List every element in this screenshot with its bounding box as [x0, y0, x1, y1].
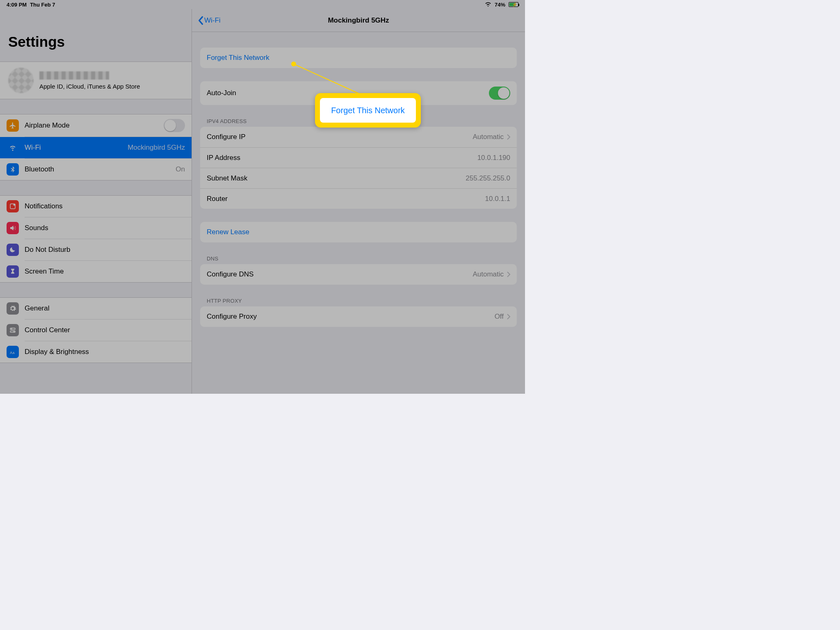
gear-icon — [7, 302, 19, 315]
wifi-label: Wi-Fi — [25, 144, 122, 152]
wifi-icon — [485, 2, 491, 8]
dns-value: Automatic — [472, 270, 504, 278]
screentime-label: Screen Time — [25, 267, 185, 276]
controlcenter-label: Control Center — [25, 326, 185, 334]
moon-icon — [7, 244, 19, 256]
chevron-right-icon — [507, 134, 510, 140]
back-button[interactable]: Wi-Fi — [198, 9, 221, 32]
chevron-right-icon — [507, 272, 510, 277]
subnet-row: Subnet Mask 255.255.255.0 — [200, 168, 517, 188]
autojoin-label: Auto-Join — [207, 89, 236, 97]
detail-header: Wi-Fi Mockingbird 5GHz — [192, 9, 525, 32]
sidebar-item-screentime[interactable]: Screen Time — [0, 261, 192, 282]
bluetooth-icon — [7, 163, 19, 176]
svg-point-5 — [14, 331, 15, 332]
mask-value: 255.255.255.0 — [466, 174, 510, 183]
proxy-value: Off — [495, 313, 504, 321]
router-row: Router 10.0.1.1 — [200, 188, 517, 209]
callout-text: Forget This Network — [320, 98, 416, 123]
router-label: Router — [207, 195, 228, 203]
forget-label: Forget This Network — [207, 54, 269, 62]
sidebar-item-general[interactable]: General — [0, 298, 192, 319]
detail-title: Mockingbird 5GHz — [328, 16, 389, 25]
sidebar-item-control-center[interactable]: Control Center — [0, 320, 192, 341]
ip-address-row: IP Address 10.0.1.190 — [200, 147, 517, 168]
configure-ip-value: Automatic — [472, 133, 504, 141]
proxy-label: Configure Proxy — [207, 313, 257, 321]
bluetooth-label: Bluetooth — [25, 165, 170, 173]
sidebar-item-dnd[interactable]: Do Not Disturb — [0, 239, 192, 260]
chevron-left-icon — [198, 16, 203, 25]
svg-point-3 — [11, 328, 12, 329]
text-size-icon: AA — [7, 346, 19, 358]
sidebar-item-notifications[interactable]: Notifications — [0, 196, 192, 217]
mask-label: Subnet Mask — [207, 174, 247, 183]
ip-label: IP Address — [207, 154, 240, 162]
notifications-label: Notifications — [25, 202, 185, 210]
configure-ip-label: Configure IP — [207, 133, 246, 141]
wifi-icon — [7, 142, 19, 154]
svg-text:A: A — [10, 351, 12, 355]
profile-name-redacted — [39, 71, 109, 80]
airplane-icon — [7, 119, 19, 132]
statusbar-date: Thu Feb 7 — [30, 2, 55, 8]
battery-icon: ⚡ — [509, 2, 518, 7]
status-bar: 4:09 PM Thu Feb 7 74% ⚡ — [0, 0, 525, 9]
bluetooth-value: On — [176, 165, 185, 173]
sounds-label: Sounds — [25, 224, 185, 232]
router-value: 10.0.1.1 — [485, 195, 510, 203]
annotation-callout: Forget This Network — [315, 93, 421, 128]
apple-id-row[interactable]: Apple ID, iCloud, iTunes & App Store — [0, 62, 192, 99]
svg-text:A: A — [13, 352, 15, 354]
forget-network-button[interactable]: Forget This Network — [200, 48, 517, 68]
statusbar-time: 4:09 PM — [7, 2, 27, 8]
settings-title: Settings — [0, 9, 192, 62]
airplane-toggle[interactable] — [164, 119, 185, 132]
notifications-icon — [7, 200, 19, 212]
wifi-value: Mockingbird 5GHz — [128, 144, 185, 152]
dns-label: Configure DNS — [207, 270, 253, 278]
display-label: Display & Brightness — [25, 348, 185, 356]
hourglass-icon — [7, 265, 19, 278]
renew-label: Renew Lease — [207, 228, 249, 236]
dnd-label: Do Not Disturb — [25, 246, 185, 254]
dns-section-header: DNS — [207, 256, 517, 262]
detail-pane: Wi-Fi Mockingbird 5GHz Forget This Netwo… — [192, 9, 525, 394]
airplane-label: Airplane Mode — [25, 121, 158, 130]
sidebar-item-airplane-mode[interactable]: Airplane Mode — [0, 114, 192, 137]
profile-subtitle: Apple ID, iCloud, iTunes & App Store — [39, 83, 140, 90]
annotation-dot — [291, 62, 296, 66]
renew-lease-button[interactable]: Renew Lease — [200, 222, 517, 242]
sidebar-item-bluetooth[interactable]: Bluetooth On — [0, 159, 192, 180]
configure-ip-row[interactable]: Configure IP Automatic — [200, 127, 517, 147]
sidebar-item-display[interactable]: AA Display & Brightness — [0, 341, 192, 363]
configure-proxy-row[interactable]: Configure Proxy Off — [200, 306, 517, 327]
sidebar-item-wifi[interactable]: Wi-Fi Mockingbird 5GHz — [0, 137, 192, 158]
svg-point-1 — [14, 204, 16, 206]
sidebar-item-sounds[interactable]: Sounds — [0, 217, 192, 239]
auto-join-toggle[interactable] — [489, 87, 510, 100]
avatar — [8, 68, 34, 93]
chevron-right-icon — [507, 314, 510, 320]
general-label: General — [25, 304, 185, 313]
ip-value: 10.0.1.190 — [477, 154, 510, 162]
battery-percent: 74% — [495, 2, 505, 8]
settings-sidebar: Settings Apple ID, iCloud, iTunes & App … — [0, 9, 192, 394]
sounds-icon — [7, 222, 19, 234]
proxy-section-header: HTTP PROXY — [207, 298, 517, 304]
toggles-icon — [7, 324, 19, 336]
configure-dns-row[interactable]: Configure DNS Automatic — [200, 264, 517, 285]
back-label: Wi-Fi — [204, 16, 221, 25]
